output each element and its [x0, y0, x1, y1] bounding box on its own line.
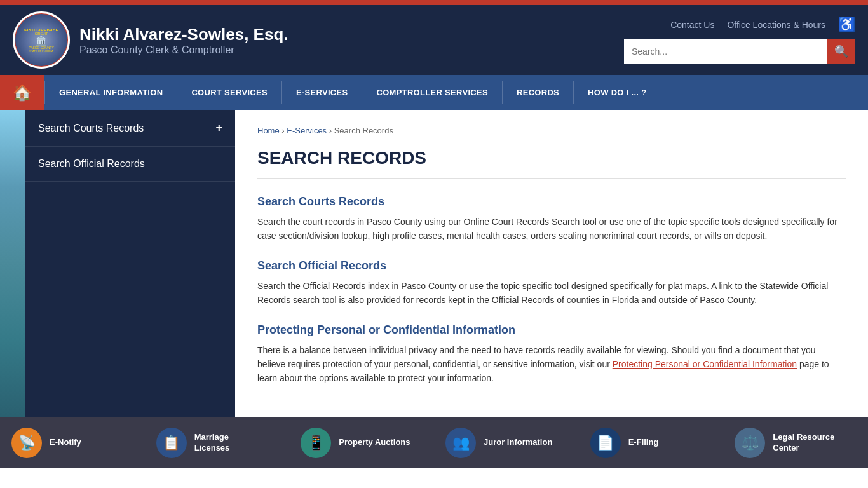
header-title: Nikki Alvarez-Sowles, Esq. Pasco County … — [79, 25, 288, 56]
page-title: SEARCH RECORDS — [257, 148, 846, 179]
enotify-icon: 📡 — [11, 428, 42, 458]
search-button[interactable]: 🔍 — [827, 39, 855, 64]
nav-comptroller-services[interactable]: COMPTROLLER SERVICES — [362, 75, 502, 110]
top-red-bar — [0, 0, 868, 5]
breadcrumb-sep-2: › — [329, 126, 334, 135]
nav-bar: 🏠 GENERAL INFORMATION COURT SERVICES E-S… — [0, 75, 868, 110]
marriage-icon: 📋 — [156, 428, 187, 458]
clerk-title: Pasco County Clerk & Comptroller — [79, 44, 288, 56]
home-icon: 🏠 — [13, 84, 32, 102]
search-bar: 🔍 — [624, 39, 855, 64]
header: SIXTH JUDICIAL CIRCUIT 🏛️ PASCO COUNTY S… — [0, 5, 868, 75]
logo: SIXTH JUDICIAL CIRCUIT 🏛️ PASCO COUNTY S… — [13, 11, 70, 69]
footer-item-enotify[interactable]: 📡 E-Notify — [0, 417, 145, 468]
sidebar-item-courts[interactable]: Search Courts Records + — [25, 110, 235, 147]
section-official-heading: Search Official Records — [257, 259, 846, 273]
sidebar-courts-label: Search Courts Records — [38, 123, 144, 134]
section-protecting-heading: Protecting Personal or Confidential Info… — [257, 323, 846, 337]
nav-records[interactable]: RECORDS — [503, 75, 573, 110]
juror-label: Juror Information — [484, 437, 552, 448]
juror-icon: 👥 — [445, 428, 476, 458]
search-input[interactable] — [624, 39, 827, 64]
protecting-link[interactable]: Protecting Personal or Confidential Info… — [613, 359, 797, 369]
nav-items: GENERAL INFORMATION COURT SERVICES E-SER… — [44, 75, 660, 110]
section-protecting-body: There is a balance between individual pr… — [257, 343, 846, 386]
nav-court-services[interactable]: COURT SERVICES — [177, 75, 281, 110]
section-protecting: Protecting Personal or Confidential Info… — [257, 323, 846, 386]
breadcrumb: Home › E-Services › Search Records — [257, 126, 846, 135]
property-icon: 📱 — [301, 428, 331, 458]
efiling-label: E-Filing — [628, 437, 659, 448]
section-official-records: Search Official Records Search the Offic… — [257, 259, 846, 308]
nav-how-do-i[interactable]: HOW DO I ... ? — [574, 75, 660, 110]
sidebar-item-official[interactable]: Search Official Records — [25, 147, 235, 182]
section-courts-body: Search the court records in Pasco County… — [257, 215, 846, 243]
page-content: Home › E-Services › Search Records SEARC… — [235, 110, 868, 417]
section-courts-heading: Search Courts Records — [257, 195, 846, 208]
legal-icon: ⚖️ — [735, 428, 765, 458]
footer-bar: 📡 E-Notify 📋 MarriageLicenses 📱 Property… — [0, 417, 868, 468]
section-official-body: Search the Official Records index in Pas… — [257, 279, 846, 308]
header-links: Contact Us Office Locations & Hours ♿ — [670, 17, 855, 33]
sidebar: Search Courts Records + Search Official … — [25, 110, 235, 417]
main-content: Search Courts Records + Search Official … — [0, 110, 868, 417]
footer-item-legal[interactable]: ⚖️ Legal ResourceCenter — [723, 417, 868, 468]
marriage-label: MarriageLicenses — [194, 432, 230, 454]
breadcrumb-home[interactable]: Home — [257, 126, 280, 135]
footer-item-juror[interactable]: 👥 Juror Information — [434, 417, 579, 468]
header-left: SIXTH JUDICIAL CIRCUIT 🏛️ PASCO COUNTY S… — [13, 11, 288, 69]
contact-us-link[interactable]: Contact Us — [670, 20, 714, 30]
section-courts-records: Search Courts Records Search the court r… — [257, 195, 846, 243]
clerk-name: Nikki Alvarez-Sowles, Esq. — [79, 25, 288, 44]
sidebar-official-label: Search Official Records — [38, 158, 145, 170]
efiling-icon: 📄 — [590, 428, 621, 458]
breadcrumb-current: Search Records — [334, 126, 393, 135]
breadcrumb-section[interactable]: E-Services — [287, 126, 327, 135]
sidebar-plus-icon: + — [215, 121, 222, 135]
footer-item-property[interactable]: 📱 Property Auctions — [289, 417, 434, 468]
left-bg-strip — [0, 110, 25, 417]
nav-general-information[interactable]: GENERAL INFORMATION — [45, 75, 177, 110]
office-locations-link[interactable]: Office Locations & Hours — [727, 20, 825, 30]
nav-home[interactable]: 🏠 — [0, 75, 44, 110]
header-right: Contact Us Office Locations & Hours ♿ 🔍 — [624, 17, 855, 64]
accessibility-icon[interactable]: ♿ — [838, 17, 855, 33]
legal-label: Legal ResourceCenter — [773, 432, 834, 454]
footer-item-efiling[interactable]: 📄 E-Filing — [579, 417, 724, 468]
footer-item-marriage[interactable]: 📋 MarriageLicenses — [145, 417, 290, 468]
enotify-label: E-Notify — [50, 437, 81, 448]
logo-inner: SIXTH JUDICIAL CIRCUIT 🏛️ PASCO COUNTY S… — [15, 14, 67, 66]
nav-e-services[interactable]: E-SERVICES — [282, 75, 362, 110]
property-label: Property Auctions — [339, 437, 410, 448]
